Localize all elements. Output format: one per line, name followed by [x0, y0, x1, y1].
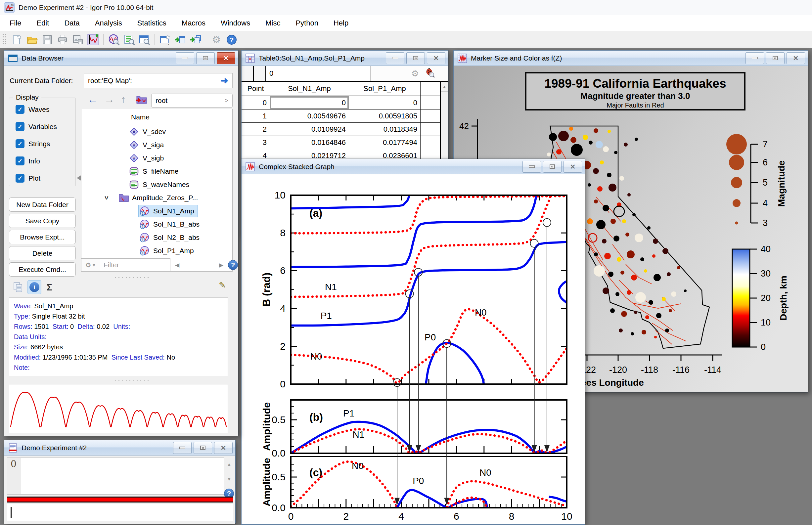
- tree-item-row[interactable]: #V_sigb: [128, 152, 167, 164]
- tree-item-sol_p1_amp[interactable]: 1Sol_P1_Amp: [81, 244, 232, 257]
- table-cell[interactable]: 2: [242, 123, 270, 136]
- table-col-indicator[interactable]: [254, 66, 266, 81]
- execute-cmd--button[interactable]: Execute Cmd...: [9, 262, 76, 276]
- table-cell[interactable]: [421, 123, 440, 136]
- print-icon[interactable]: [55, 33, 70, 47]
- table-cell[interactable]: 0: [270, 96, 349, 109]
- close-button[interactable]: ✕: [563, 161, 582, 173]
- tree-item-row[interactable]: 1Sol_N2_B_abs: [138, 231, 203, 244]
- new-panel-icon[interactable]: [157, 33, 173, 47]
- tree-item-row[interactable]: 1Sol_N1_B_abs: [138, 218, 203, 230]
- checkbox-checked-icon[interactable]: ✓: [16, 105, 25, 114]
- data-browser-titlebar[interactable]: Data Browser ✕: [4, 50, 238, 66]
- maximize-button[interactable]: [766, 52, 784, 64]
- save-icon[interactable]: [40, 33, 55, 47]
- open-file-icon[interactable]: [25, 33, 40, 47]
- map-titlebar[interactable]: Marker Size and Color as f(Z) ✕: [454, 50, 808, 66]
- maximize-button[interactable]: [194, 442, 212, 454]
- table-col-header-Point[interactable]: Point: [242, 82, 270, 96]
- new-experiment-icon[interactable]: [9, 33, 25, 47]
- table-cell[interactable]: 0.00591805: [349, 109, 421, 123]
- maximize-button[interactable]: [406, 52, 425, 64]
- tree-item-row[interactable]: S_waveNames: [128, 178, 193, 191]
- scroll-down-icon[interactable]: ▼: [227, 476, 231, 482]
- folder-path-dropdown[interactable]: root˃: [151, 94, 232, 107]
- settings-gear-icon[interactable]: ⚙: [209, 33, 224, 47]
- scroll-left-icon[interactable]: ◀: [175, 262, 179, 269]
- menu-help[interactable]: Help: [326, 19, 356, 28]
- close-button[interactable]: ✕: [217, 52, 235, 64]
- history-area[interactable]: 0: [7, 457, 224, 495]
- tree-expand-chevron-icon[interactable]: ˅: [105, 194, 108, 202]
- new-data-folder-button[interactable]: New Data Folder: [9, 197, 76, 212]
- minimize-button[interactable]: [173, 442, 192, 454]
- table-cell[interactable]: 0.0177494: [349, 136, 421, 149]
- minimize-button[interactable]: [746, 52, 764, 64]
- command-line-input[interactable]: [7, 504, 233, 521]
- filter-options-gear-icon[interactable]: ⚙▼: [81, 258, 100, 272]
- checkbox-variables[interactable]: ✓Variables: [16, 122, 57, 131]
- history-command-divider[interactable]: [7, 497, 233, 502]
- delete-button[interactable]: Delete: [9, 246, 76, 260]
- table-entry-field[interactable]: 0: [266, 66, 371, 81]
- close-button[interactable]: ✕: [786, 52, 805, 64]
- table-cell[interactable]: 0.0164846: [270, 136, 349, 149]
- menu-analysis[interactable]: Analysis: [87, 19, 130, 28]
- minimize-button[interactable]: [176, 52, 194, 64]
- menu-python[interactable]: Python: [288, 19, 326, 28]
- tree-item-row[interactable]: Amplitude_Zeros_P...: [117, 192, 201, 204]
- nav-up-icon[interactable]: ↑: [121, 94, 126, 105]
- minimize-button[interactable]: [386, 52, 404, 64]
- tree-item-row[interactable]: #V_siga: [128, 139, 167, 151]
- table-cell[interactable]: 0: [242, 96, 270, 109]
- checkbox-strings[interactable]: ✓Strings: [16, 139, 50, 148]
- command-help-icon[interactable]: [137, 33, 152, 47]
- table-col-header-blank[interactable]: [421, 82, 440, 96]
- scroll-up-icon[interactable]: ▲: [441, 82, 448, 92]
- nav-back-icon[interactable]: ←: [88, 94, 98, 105]
- resize-grip[interactable]: [114, 276, 150, 279]
- command-titlebar[interactable]: Demo Experiment #2 ✕: [4, 440, 235, 455]
- filter-input[interactable]: Filter: [100, 258, 170, 272]
- menu-windows[interactable]: Windows: [213, 19, 258, 28]
- tree-item-s_wavenames[interactable]: S_waveNames: [81, 178, 232, 191]
- table-cell[interactable]: 0.0109924: [270, 123, 349, 136]
- dock-all-windows-icon[interactable]: [188, 33, 203, 47]
- go-to-folder-arrow-icon[interactable]: ➜: [221, 76, 228, 85]
- table-cell[interactable]: 0.0118349: [349, 123, 421, 136]
- info-toggle-button[interactable]: i: [28, 280, 41, 294]
- resize-grip[interactable]: [114, 379, 150, 382]
- toolbar-grip[interactable]: [2, 33, 6, 46]
- checkbox-checked-icon[interactable]: ✓: [16, 174, 25, 183]
- maximize-button[interactable]: [196, 52, 215, 64]
- menu-misc[interactable]: Misc: [258, 19, 288, 28]
- table-row-indicator[interactable]: [242, 66, 254, 81]
- checkbox-checked-icon[interactable]: ✓: [16, 139, 25, 148]
- menu-edit[interactable]: Edit: [29, 19, 57, 28]
- checkbox-plot[interactable]: ✓Plot: [16, 174, 40, 183]
- procedure-browser-icon[interactable]: [121, 33, 137, 47]
- tree-item-row[interactable]: #V_sdev: [128, 125, 169, 138]
- minimize-button[interactable]: [523, 161, 541, 173]
- tree-item-amplitude_zeros_p...[interactable]: ˅Amplitude_Zeros_P...: [81, 191, 232, 205]
- save-graphics-icon[interactable]: [70, 33, 85, 47]
- menu-data[interactable]: Data: [57, 19, 87, 28]
- table-cell[interactable]: [421, 109, 440, 123]
- browse-expt--button[interactable]: Browse Expt...: [9, 230, 76, 244]
- menu-file[interactable]: File: [2, 19, 29, 28]
- maximize-button[interactable]: [543, 161, 561, 173]
- table-cell[interactable]: 0: [349, 96, 421, 109]
- data-browser-icon[interactable]: [106, 33, 121, 47]
- tree-name-header[interactable]: Name: [131, 113, 150, 121]
- table-col-header-Sol_P1_Amp[interactable]: Sol_P1_Amp: [349, 82, 421, 96]
- checkbox-checked-icon[interactable]: ✓: [16, 156, 25, 165]
- edit-note-pencil-icon[interactable]: ✎: [219, 280, 226, 290]
- scroll-up-icon[interactable]: ▲: [227, 462, 231, 467]
- table-debug-bug-icon[interactable]: [425, 68, 435, 79]
- tree-item-v_sdev[interactable]: #V_sdev: [81, 125, 232, 138]
- table-titlebar[interactable]: Table0:Sol_N1_Amp,Sol_P1_Amp ✕: [242, 50, 448, 66]
- stacked-titlebar[interactable]: Complex Stacked Graph ✕: [242, 159, 585, 174]
- table-cell[interactable]: 0.00549676: [270, 109, 349, 123]
- checkbox-info[interactable]: ✓Info: [16, 156, 40, 165]
- dock-window-icon[interactable]: [173, 33, 188, 47]
